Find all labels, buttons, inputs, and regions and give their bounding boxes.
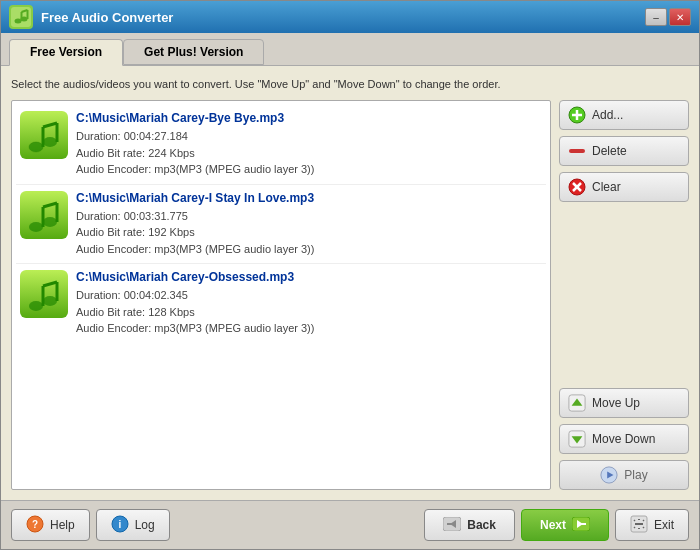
file-bitrate-2: Audio Bit rate: 128 Kbps	[76, 304, 542, 321]
help-icon: ?	[26, 515, 44, 536]
svg-line-54	[643, 520, 644, 521]
file-info-1: C:\Music\Mariah Carey-I Stay In Love.mp3…	[76, 191, 542, 258]
list-item: C:\Music\Mariah Carey-I Stay In Love.mp3…	[16, 185, 546, 265]
move-down-button[interactable]: Move Down	[559, 424, 689, 454]
window-controls: – ✕	[645, 8, 691, 26]
play-icon	[600, 466, 618, 484]
svg-point-22	[43, 296, 57, 306]
svg-text:?: ?	[32, 519, 38, 530]
clear-button[interactable]: Clear	[559, 172, 689, 202]
next-button[interactable]: Next	[521, 509, 609, 541]
file-duration-2: Duration: 00:04:02.345	[76, 287, 542, 304]
svg-rect-29	[569, 149, 585, 153]
back-arrow-icon	[443, 517, 461, 534]
move-up-button[interactable]: Move Up	[559, 388, 689, 418]
tab-bar: Free Version Get Plus! Version	[1, 33, 699, 65]
log-icon: i	[111, 515, 129, 536]
log-button[interactable]: i Log	[96, 509, 170, 541]
main-window: Free Audio Converter – ✕ Free Version Ge…	[0, 0, 700, 550]
help-button[interactable]: ? Help	[11, 509, 90, 541]
action-buttons-panel: Add... Delete	[559, 100, 689, 490]
content-area: Select the audios/videos you want to con…	[1, 65, 699, 500]
svg-line-55	[634, 527, 635, 528]
close-button[interactable]: ✕	[669, 8, 691, 26]
svg-point-10	[43, 137, 57, 147]
svg-point-9	[29, 142, 43, 152]
minimize-button[interactable]: –	[645, 8, 667, 26]
exit-button[interactable]: Exit	[615, 509, 689, 541]
file-icon-0	[20, 111, 68, 159]
file-encoder-1: Audio Encoder: mp3(MP3 (MPEG audio layer…	[76, 241, 542, 258]
file-info-0: C:\Music\Mariah Carey-Bye Bye.mp3 Durati…	[76, 111, 542, 178]
tab-free-version[interactable]: Free Version	[9, 39, 123, 66]
play-button[interactable]: Play	[559, 460, 689, 490]
file-name-2: C:\Music\Mariah Carey-Obsessed.mp3	[76, 270, 542, 284]
file-duration-1: Duration: 00:03:31.775	[76, 208, 542, 225]
svg-point-21	[29, 301, 43, 311]
file-encoder-0: Audio Encoder: mp3(MP3 (MPEG audio layer…	[76, 161, 542, 178]
delete-icon	[568, 142, 586, 160]
file-name-0: C:\Music\Mariah Carey-Bye Bye.mp3	[76, 111, 542, 125]
delete-button[interactable]: Delete	[559, 136, 689, 166]
svg-rect-45	[447, 523, 454, 525]
svg-text:i: i	[118, 519, 121, 530]
file-info-2: C:\Music\Mariah Carey-Obsessed.mp3 Durat…	[76, 270, 542, 337]
file-name-1: C:\Music\Mariah Carey-I Stay In Love.mp3	[76, 191, 542, 205]
svg-point-16	[43, 217, 57, 227]
file-list[interactable]: C:\Music\Mariah Carey-Bye Bye.mp3 Durati…	[11, 100, 551, 490]
file-encoder-2: Audio Encoder: mp3(MP3 (MPEG audio layer…	[76, 320, 542, 337]
bottom-bar: ? Help i Log Back	[1, 500, 699, 549]
list-item: C:\Music\Mariah Carey-Bye Bye.mp3 Durati…	[16, 105, 546, 185]
file-bitrate-1: Audio Bit rate: 192 Kbps	[76, 224, 542, 241]
clear-icon	[568, 178, 586, 196]
file-icon-1	[20, 191, 68, 239]
add-button[interactable]: Add...	[559, 100, 689, 130]
svg-line-56	[643, 527, 644, 528]
main-panel: C:\Music\Mariah Carey-Bye Bye.mp3 Durati…	[11, 100, 689, 490]
exit-icon	[630, 515, 648, 536]
file-bitrate-0: Audio Bit rate: 224 Kbps	[76, 145, 542, 162]
svg-point-2	[15, 19, 22, 24]
add-icon	[568, 106, 586, 124]
title-bar: Free Audio Converter – ✕	[1, 1, 699, 33]
svg-line-53	[634, 520, 635, 521]
move-down-icon	[568, 430, 586, 448]
back-button[interactable]: Back	[424, 509, 515, 541]
list-item: C:\Music\Mariah Carey-Obsessed.mp3 Durat…	[16, 264, 546, 343]
file-icon-2	[20, 270, 68, 318]
tab-plus-version[interactable]: Get Plus! Version	[123, 39, 264, 65]
file-duration-0: Duration: 00:04:27.184	[76, 128, 542, 145]
window-title: Free Audio Converter	[41, 10, 645, 25]
instruction-text: Select the audios/videos you want to con…	[11, 76, 689, 92]
next-arrow-icon	[572, 517, 590, 534]
move-up-icon	[568, 394, 586, 412]
svg-rect-48	[579, 523, 586, 525]
svg-point-15	[29, 222, 43, 232]
app-icon	[9, 5, 33, 29]
